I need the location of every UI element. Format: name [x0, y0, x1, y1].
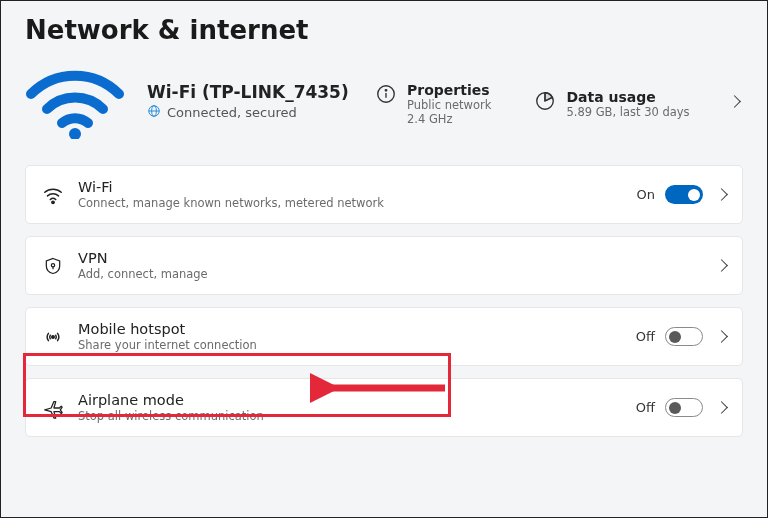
row-mobile-hotspot[interactable]: Mobile hotspot Share your internet conne…	[25, 307, 743, 366]
globe-icon	[147, 104, 161, 121]
shield-icon	[38, 254, 68, 278]
wifi-toggle[interactable]	[665, 185, 703, 204]
row-wifi-state: On	[637, 187, 655, 202]
properties-segment[interactable]: Properties Public network 2.4 GHz	[374, 76, 491, 127]
properties-line1: Public network	[407, 98, 491, 112]
wifi-ssid: Wi-Fi (TP-LINK_7435)	[147, 82, 352, 102]
chevron-right-icon[interactable]	[717, 332, 726, 341]
row-airplane-sub: Stop all wireless communication	[78, 409, 264, 423]
info-icon	[374, 82, 398, 106]
svg-point-6	[385, 89, 386, 90]
hero-wifi-info: Wi-Fi (TP-LINK_7435) Connected, secured	[147, 82, 352, 121]
chevron-right-icon[interactable]	[717, 403, 726, 412]
svg-point-11	[51, 263, 54, 266]
chevron-right-icon[interactable]	[717, 190, 726, 199]
properties-title: Properties	[407, 82, 491, 98]
properties-line2: 2.4 GHz	[407, 112, 491, 126]
svg-point-10	[52, 201, 54, 203]
svg-point-13	[52, 335, 55, 338]
svg-point-0	[69, 128, 81, 139]
row-wifi-sub: Connect, manage known networks, metered …	[78, 196, 384, 210]
hero-connection-card[interactable]: Wi-Fi (TP-LINK_7435) Connected, secured …	[1, 51, 767, 165]
wifi-icon	[38, 183, 68, 207]
data-usage-line1: 5.89 GB, last 30 days	[566, 105, 689, 119]
row-hotspot-title: Mobile hotspot	[78, 321, 257, 337]
data-usage-segment[interactable]: Data usage 5.89 GB, last 30 days	[533, 83, 689, 119]
hotspot-icon	[38, 325, 68, 349]
row-vpn[interactable]: VPN Add, connect, manage	[25, 236, 743, 295]
chevron-right-icon[interactable]	[717, 261, 726, 270]
header: Network & internet	[1, 1, 767, 45]
row-vpn-sub: Add, connect, manage	[78, 267, 208, 281]
data-usage-title: Data usage	[566, 89, 689, 105]
row-vpn-title: VPN	[78, 250, 208, 266]
row-hotspot-sub: Share your internet connection	[78, 338, 257, 352]
wifi-status-text: Connected, secured	[167, 105, 297, 120]
hotspot-toggle[interactable]	[665, 327, 703, 346]
hero-expand-chevron[interactable]	[730, 97, 739, 106]
row-wifi-title: Wi-Fi	[78, 179, 384, 195]
row-wifi[interactable]: Wi-Fi Connect, manage known networks, me…	[25, 165, 743, 224]
wifi-signal-icon	[25, 59, 125, 143]
data-usage-icon	[533, 89, 557, 113]
row-hotspot-state: Off	[636, 329, 655, 344]
settings-list: Wi-Fi Connect, manage known networks, me…	[1, 165, 767, 437]
airplane-toggle[interactable]	[665, 398, 703, 417]
row-airplane-title: Airplane mode	[78, 392, 264, 408]
airplane-icon	[38, 396, 68, 420]
page-title: Network & internet	[25, 15, 743, 45]
row-airplane-mode[interactable]: Airplane mode Stop all wireless communic…	[25, 378, 743, 437]
row-airplane-state: Off	[636, 400, 655, 415]
